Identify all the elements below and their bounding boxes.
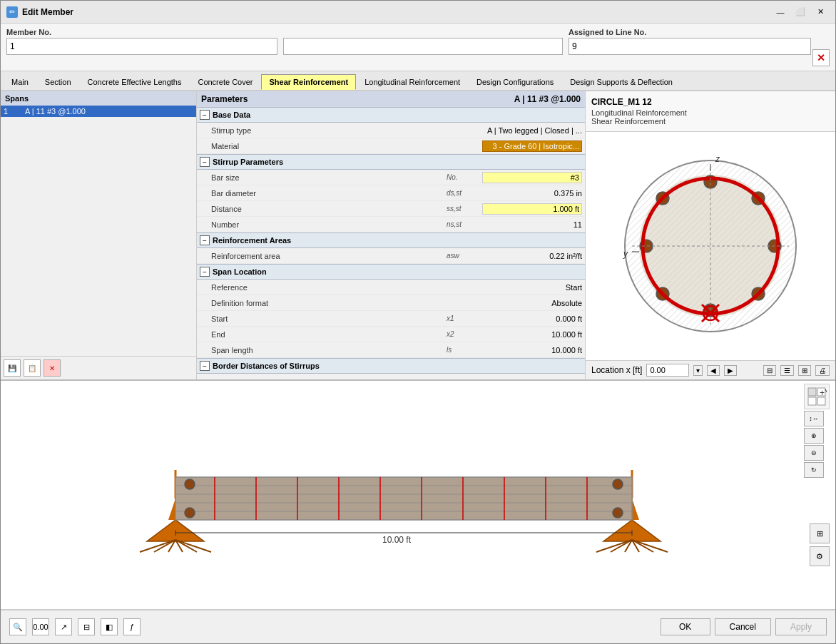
tab-section[interactable]: Section [37,74,79,90]
material-row: Material 3 - Grade 60 | Isotropic... [197,138,585,154]
bar-size-value: #3 [482,172,582,183]
span-length-value: 10.000 ft [482,346,582,354]
svg-point-61 [185,508,195,518]
tab-main[interactable]: Main [4,74,36,90]
layout-rule-label: Layout rule [211,377,447,379]
span-row[interactable]: 1 A | 11 #3 @1.000 [1,106,196,117]
reinforcement-areas-section-header[interactable]: − Reinforcement Areas [197,232,585,248]
border-distances-title: Border Distances of Stirrups [213,362,320,370]
distance-label: Distance [211,205,447,213]
span-label: A | 11 #3 @1.000 [25,107,86,116]
stirrup-params-toggle[interactable]: − [200,157,210,167]
svg-point-62 [613,479,623,489]
scale-button[interactable]: ⊞ [798,365,811,376]
arrow-footer-button[interactable]: ↗ [55,618,72,635]
distance-symbol: ss,st [447,205,482,213]
tab-design-configurations[interactable]: Design Configurations [469,74,561,90]
render-footer-button[interactable]: ◧ [101,618,118,635]
location-prev-button[interactable]: ◀ [707,365,720,376]
span-location-toggle[interactable]: − [200,267,210,277]
definition-format-label: Definition format [211,299,447,307]
table-icon-button[interactable]: ⊞ [810,523,830,543]
distance-row: Distance ss,st 1.000 ft [197,201,585,217]
span-number: 1 [4,107,25,116]
cross-section-svg: z y [611,146,810,346]
zoom-fit-button[interactable]: ↕↔ [804,411,824,426]
svg-rect-22 [808,388,816,396]
rotate-button[interactable]: ↻ [804,462,824,478]
close-button[interactable]: ✕ [811,5,830,19]
center-panel: Parameters A | 11 #3 @1.000 − Base Data … [197,91,586,379]
filter-button[interactable]: ⊟ [763,365,776,376]
reinforcement-area-value: 0.22 in²/ft [482,252,582,260]
assigned-group: Assigned to Line No. ✕ [569,28,830,66]
zoom-out-button[interactable]: ⊖ [804,445,824,461]
beam-diagram: 10.00 ft [1,381,835,609]
save-tool-button[interactable]: 💾 [4,359,21,377]
clear-assigned-button[interactable]: ✕ [812,49,830,66]
base-data-title: Base Data [213,111,250,119]
view-list-button[interactable]: ☰ [780,365,794,376]
minimize-button[interactable]: — [771,5,790,19]
definition-format-value: Absolute [482,299,582,307]
member-no-input[interactable] [6,38,277,55]
params-scroll-area[interactable]: − Base Data Stirrup type A | Two legged … [197,107,585,378]
search-footer-button[interactable]: 🔍 [9,618,26,635]
ok-button[interactable]: OK [661,618,710,635]
apply-button[interactable]: Apply [775,618,827,635]
border-distances-section-header[interactable]: − Border Distances of Stirrups [197,358,585,374]
bar-diameter-symbol: ds,st [447,189,482,197]
svg-text:10.00 ft: 10.00 ft [382,535,412,545]
base-data-section-header[interactable]: − Base Data [197,107,585,123]
upper-area: Spans 1 A | 11 #3 @1.000 💾 📋 ✕ Parameter… [1,91,835,379]
end-value: 10.000 ft [482,330,582,339]
material-value: 3 - Grade 60 | Isotropic... [482,140,582,152]
base-data-toggle[interactable]: − [200,110,210,120]
location-next-button[interactable]: ▶ [724,365,737,376]
start-row: Start x1 0.000 ft [197,311,585,327]
location-dropdown-button[interactable]: ▾ [693,365,703,376]
top-fields-area: Member No. Assigned to Line No. ✕ [1,24,835,71]
params-header: Parameters A | 11 #3 @1.000 [197,91,585,107]
footer: 🔍 0.00 ↗ ⊟ ◧ ƒ OK Cancel Apply [1,609,835,643]
span-location-section-header[interactable]: − Span Location [197,264,585,280]
copy-tool-button[interactable]: 📋 [24,359,41,377]
reference-label: Reference [211,283,447,292]
bar-diameter-value: 0.375 in [482,189,582,198]
tab-longitudinal-reinforcement[interactable]: Longitudinal Reinforcement [357,74,468,90]
beam-bottom-icons: ⊞ ⚙ [810,523,830,566]
tab-concrete-cover[interactable]: Concrete Cover [190,74,260,90]
view-selector-button[interactable]: +Y [804,384,830,409]
svg-rect-45 [175,477,632,520]
stirrup-params-section-header[interactable]: − Stirrup Parameters [197,154,585,170]
span-length-symbol: ls [447,346,482,354]
number-footer-button[interactable]: 0.00 [32,618,49,635]
middle-input[interactable] [283,38,563,55]
function-footer-button[interactable]: ƒ [123,618,141,635]
layout-rule-value: Start equals End [482,377,582,379]
maximize-button[interactable]: ⬜ [791,5,810,19]
border-distances-toggle[interactable]: − [200,361,210,371]
tab-design-supports[interactable]: Design Supports & Deflection [562,74,680,90]
reference-row: Reference Start [197,280,585,295]
location-input[interactable] [646,364,689,377]
start-value: 0.000 ft [482,315,582,323]
print-button[interactable]: 🖨 [815,365,830,376]
svg-text:+Y: +Y [820,388,827,398]
svg-point-63 [613,508,623,518]
material-label: Material [211,142,447,150]
cancel-button[interactable]: Cancel [715,618,771,635]
tab-concrete-effective-lengths[interactable]: Concrete Effective Lengths [80,74,190,90]
zoom-in-button[interactable]: ⊕ [804,428,824,444]
display-footer-button[interactable]: ⊟ [78,618,95,635]
end-row: End x2 10.000 ft [197,327,585,342]
delete-tool-button[interactable]: ✕ [44,359,61,377]
main-area: Spans 1 A | 11 #3 @1.000 💾 📋 ✕ Parameter… [1,91,835,609]
assigned-input[interactable] [569,38,811,55]
settings-icon-button[interactable]: ⚙ [810,546,830,566]
reinforcement-area-label: Reinforcement area [211,252,447,260]
reinforcement-areas-toggle[interactable]: − [200,235,210,245]
reinforcement-areas-title: Reinforcement Areas [213,236,291,245]
tab-shear-reinforcement[interactable]: Shear Reinforcement [261,74,356,90]
section-info: CIRCLE_M1 12 Longitudinal Reinforcement … [586,91,835,132]
